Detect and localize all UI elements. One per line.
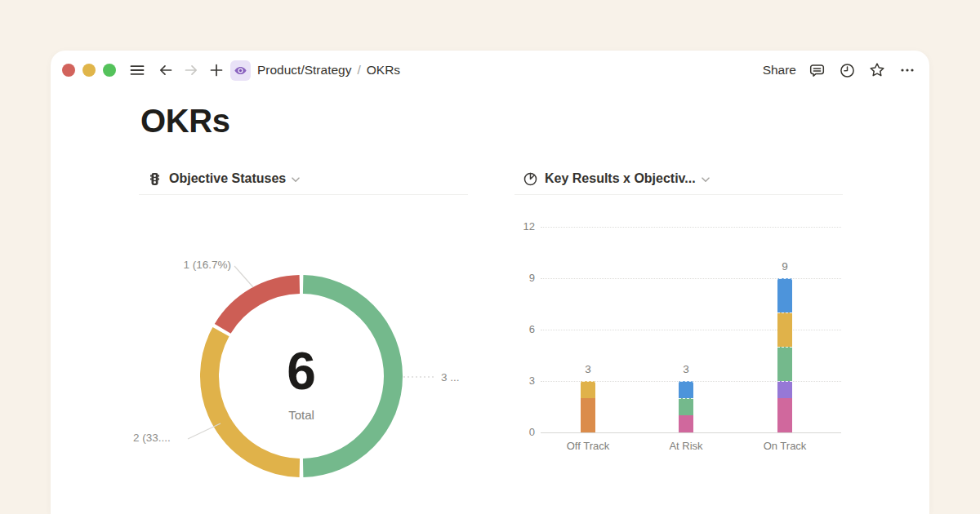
x-axis-category-label: On Track: [748, 440, 822, 452]
bar-total-label: 3: [572, 363, 604, 375]
forward-button[interactable]: [182, 60, 200, 80]
y-axis-tick-label: 0: [514, 426, 535, 438]
topbar: Product/Strategy / OKRs Share: [51, 51, 929, 90]
new-page-button[interactable]: [207, 60, 225, 80]
plus-icon: [208, 62, 225, 78]
gridline: [541, 278, 841, 279]
x-axis-line: [541, 432, 841, 433]
y-axis-tick-label: 9: [514, 272, 535, 284]
bar-segment-purple: [777, 381, 792, 398]
chevron-down-icon[interactable]: [702, 177, 710, 183]
donut-callout-green: 3 ...: [441, 371, 460, 383]
bar-card-divider: [514, 194, 843, 195]
clock-icon: [839, 62, 856, 79]
page-title: OKRs: [140, 103, 230, 140]
bar-total-label: 3: [670, 363, 702, 375]
bar-segment-pink: [777, 398, 792, 432]
gridline: [541, 227, 841, 228]
donut-chart-title: Objective Statuses: [169, 171, 286, 186]
breadcrumb[interactable]: Product/Strategy / OKRs: [230, 60, 400, 81]
topbar-actions: [808, 60, 916, 80]
ellipsis-icon: [899, 62, 915, 78]
bar-chart-title: Key Results x Objectiv...: [545, 171, 696, 186]
x-axis-category-label: Off Track: [551, 440, 625, 452]
callout-line: [234, 266, 253, 287]
breadcrumb-path[interactable]: Product/Strategy: [257, 63, 351, 78]
bar-chart-plot: 0369123Off Track3At Risk9On Track: [514, 202, 843, 514]
bar-segment-yellow: [581, 381, 595, 398]
y-axis-tick-label: 12: [514, 220, 535, 233]
y-axis-tick-label: 6: [514, 323, 535, 335]
hamburger-icon: [129, 62, 145, 78]
donut-callout-red: 1 (16.7%): [147, 259, 231, 271]
bar-segment-blue: [679, 381, 693, 398]
notion-window: Product/Strategy / OKRs Share: [51, 51, 929, 514]
pie-chart-icon: [523, 171, 538, 187]
back-button[interactable]: [157, 60, 175, 80]
bar-segment-orange: [581, 398, 595, 432]
x-axis-category-label: At Risk: [649, 440, 723, 452]
eye-icon: [234, 64, 247, 78]
breadcrumb-current[interactable]: OKRs: [367, 63, 400, 78]
donut-card-divider: [139, 194, 468, 195]
bar-segment-yellow: [777, 312, 792, 347]
chevron-down-icon[interactable]: [292, 177, 300, 183]
bar-segment-blue: [777, 278, 792, 312]
comments-button[interactable]: [808, 60, 826, 80]
traffic-light-icon: [147, 171, 163, 187]
donut-segment-yellow: [210, 332, 300, 468]
fullscreen-button[interactable]: [103, 64, 116, 77]
updates-button[interactable]: [838, 60, 856, 80]
more-button[interactable]: [898, 60, 916, 80]
donut-segment-red: [223, 285, 300, 329]
donut-segment-green: [303, 285, 393, 468]
close-button[interactable]: [62, 64, 75, 77]
sidebar-menu-button[interactable]: [128, 60, 146, 80]
bar-segment-green: [679, 398, 693, 415]
favorite-button[interactable]: [868, 60, 886, 80]
callout-line: [188, 423, 220, 439]
star-icon: [868, 61, 886, 79]
share-button[interactable]: Share: [763, 63, 796, 78]
donut-chart-header[interactable]: Objective Statuses: [147, 168, 468, 189]
donut-svg: [122, 202, 468, 514]
donut-callout-yellow: 2 (33....: [133, 432, 171, 444]
bar-chart-header[interactable]: Key Results x Objectiv...: [523, 168, 843, 189]
breadcrumb-separator: /: [357, 63, 360, 78]
donut-chart: 1 (16.7%) 2 (33.... 3 ... 6 Total: [122, 202, 468, 514]
bar-total-label: 9: [768, 260, 801, 273]
y-axis-tick-label: 3: [514, 374, 535, 387]
back-arrow-icon: [158, 62, 174, 78]
bar-segment-pink: [679, 415, 693, 432]
bar-segment-green: [777, 347, 792, 381]
minimize-button[interactable]: [82, 64, 96, 77]
comment-icon: [808, 62, 826, 79]
forward-arrow-icon: [183, 62, 199, 78]
page-icon-badge: [230, 60, 251, 81]
gridline: [541, 330, 841, 330]
